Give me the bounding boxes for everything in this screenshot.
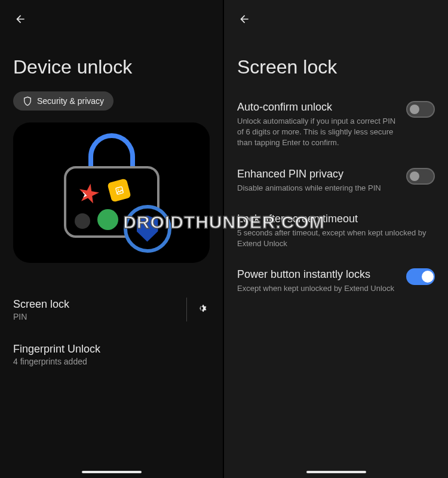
toggle-title: Enhanced PIN privacy: [237, 168, 397, 180]
fingerprint-unlock-row[interactable]: Fingerprint Unlock 4 fingerprints added: [13, 332, 210, 377]
toggle-desc: Disable animations while entering the PI…: [237, 183, 397, 194]
screen-lock-row[interactable]: Screen lock PIN: [13, 287, 210, 332]
back-button[interactable]: [13, 12, 27, 26]
page-title: Screen lock: [237, 56, 435, 78]
device-unlock-panel: Device unlock Security & privacy Screen …: [0, 0, 224, 478]
setting-title: Screen lock: [13, 298, 177, 311]
auto-confirm-toggle[interactable]: [406, 101, 435, 118]
divider: [186, 298, 187, 321]
lock-illustration: [58, 130, 165, 256]
setting-title: Fingerprint Unlock: [13, 343, 210, 356]
chip-label: Security & privacy: [37, 96, 104, 106]
power-button-toggle[interactable]: [406, 268, 435, 285]
setting-subtitle: 4 fingerprints added: [13, 357, 210, 366]
illustration-card: [13, 122, 210, 263]
shield-icon: [23, 96, 32, 106]
screen-lock-settings-button[interactable]: [197, 302, 210, 317]
dark-dot-icon: [75, 213, 90, 229]
toggle-desc: Except when kept unlocked by Extend Unlo…: [237, 283, 397, 294]
auto-confirm-unlock-row[interactable]: Auto-confirm unlock Unlock automatically…: [237, 91, 435, 158]
toggle-desc: 5 seconds after timeout, except when kep…: [237, 228, 435, 249]
toggle-text: Auto-confirm unlock Unlock automatically…: [237, 101, 397, 149]
enhanced-pin-toggle[interactable]: [406, 168, 435, 185]
settings-list: Auto-confirm unlock Unlock automatically…: [237, 91, 435, 304]
play-app-icon: [76, 182, 101, 206]
power-button-locks-row[interactable]: Power button instantly locks Except when…: [237, 259, 435, 304]
lock-after-timeout-row[interactable]: Lock after screen timeout 5 seconds afte…: [237, 203, 435, 259]
security-privacy-chip[interactable]: Security & privacy: [13, 91, 113, 111]
toggle-desc: Unlock automatically if you input a corr…: [237, 116, 397, 149]
toggle-text: Lock after screen timeout 5 seconds afte…: [237, 213, 435, 249]
svg-point-1: [116, 188, 118, 189]
toggle-title: Auto-confirm unlock: [237, 101, 397, 114]
green-app-icon: [97, 209, 118, 230]
toggle-title: Lock after screen timeout: [237, 213, 435, 225]
photo-app-icon: [107, 178, 131, 202]
toggle-title: Power button instantly locks: [237, 268, 397, 281]
nav-bar[interactable]: [82, 471, 142, 473]
toggle-text: Power button instantly locks Except when…: [237, 268, 397, 294]
shield-badge-icon: [124, 205, 171, 253]
arrow-left-icon: [14, 13, 26, 25]
toggle-text: Enhanced PIN privacy Disable animations …: [237, 168, 397, 194]
page-title: Device unlock: [13, 56, 210, 78]
screen-lock-panel: Screen lock Auto-confirm unlock Unlock a…: [224, 0, 448, 478]
gear-icon: [197, 302, 210, 315]
setting-subtitle: PIN: [13, 312, 177, 321]
setting-text: Screen lock PIN: [13, 298, 177, 321]
arrow-left-icon: [238, 13, 250, 25]
nav-bar[interactable]: [306, 471, 366, 473]
enhanced-pin-privacy-row[interactable]: Enhanced PIN privacy Disable animations …: [237, 158, 435, 203]
back-button[interactable]: [237, 12, 251, 26]
setting-text: Fingerprint Unlock 4 fingerprints added: [13, 343, 210, 366]
